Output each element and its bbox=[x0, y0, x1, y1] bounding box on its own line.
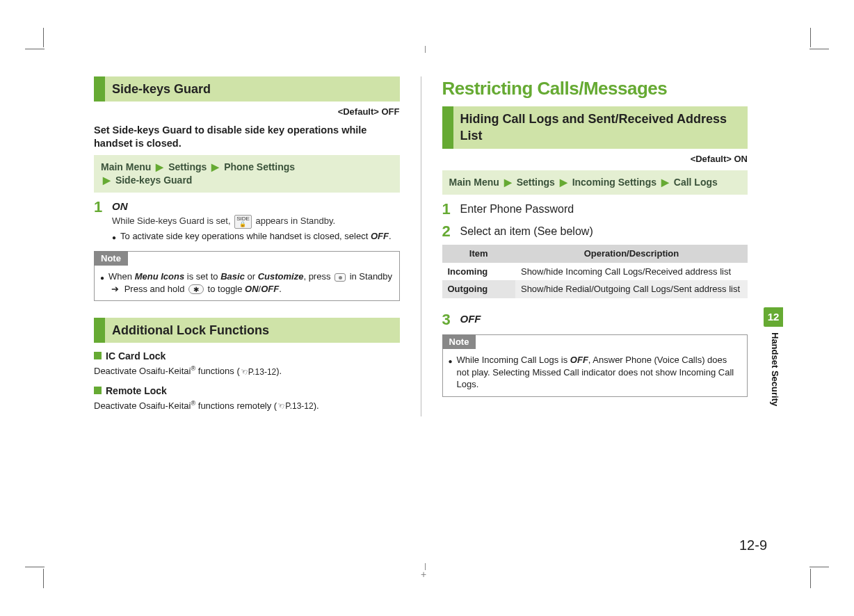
nav-item: Settings bbox=[517, 177, 555, 188]
column-divider bbox=[421, 76, 421, 416]
step-text: Enter Phone Password bbox=[460, 202, 748, 217]
bullet-icon bbox=[112, 230, 116, 243]
step-number: 2 bbox=[442, 224, 455, 239]
crop-mark bbox=[25, 49, 45, 68]
crop-mark bbox=[809, 548, 829, 567]
table-cell: Show/hide Redial/Outgoing Call Logs/Sent… bbox=[515, 280, 748, 298]
step: 1 Enter Phone Password bbox=[442, 202, 748, 217]
note-box: Note While Incoming Call Logs is OFF, An… bbox=[442, 334, 748, 397]
table-cell: Incoming bbox=[442, 263, 515, 281]
nav-path: Main Menu ▶ Settings ▶ Phone Settings ▶ … bbox=[94, 155, 400, 193]
crop-mark bbox=[791, 28, 811, 47]
step: 3 OFF bbox=[442, 312, 748, 327]
side-tab: 12 Handset Security bbox=[764, 307, 783, 406]
star-key-icon: ✱ bbox=[188, 284, 204, 294]
bullet-icon bbox=[100, 270, 104, 295]
bullet-list: To activate side key operations while ha… bbox=[112, 230, 400, 243]
default-label: <Default> OFF bbox=[94, 106, 400, 118]
intro-text: Set Side-keys Guard to disable side key … bbox=[94, 124, 400, 151]
page-number: 12-9 bbox=[739, 536, 767, 555]
center-key-icon bbox=[335, 273, 346, 282]
table-cell: Show/hide Incoming Call Logs/Received ad… bbox=[515, 263, 748, 281]
page: + Side-keys Guard <Default> OFF Set Side… bbox=[0, 0, 854, 616]
arrow-right-icon: ➔ bbox=[111, 283, 119, 295]
nav-item: Settings bbox=[168, 161, 207, 172]
note-label: Note bbox=[442, 334, 476, 350]
default-label: <Default> ON bbox=[442, 153, 748, 165]
note-label: Note bbox=[94, 251, 128, 266]
nav-path: Main Menu ▶ Settings ▶ Incoming Settings… bbox=[442, 170, 748, 195]
step-text: Select an item (See below) bbox=[460, 224, 748, 239]
section-heading: Additional Lock Functions bbox=[94, 318, 400, 343]
table-row: Outgoing Show/hide Redial/Outgoing Call … bbox=[442, 280, 748, 298]
crop-mark bbox=[791, 569, 811, 588]
chevron-right-icon: ▶ bbox=[209, 161, 221, 174]
step-heading: ON bbox=[112, 200, 400, 213]
chapter-label: Handset Security bbox=[764, 332, 781, 406]
pointing-hand-icon: ☞ bbox=[275, 400, 286, 412]
content-columns: Side-keys Guard <Default> OFF Set Side-k… bbox=[94, 76, 748, 416]
chevron-right-icon: ▶ bbox=[659, 176, 671, 189]
nav-item: Side-keys Guard bbox=[115, 175, 193, 186]
right-column: Restricting Calls/Messages Hiding Call L… bbox=[442, 76, 748, 416]
section-title: Side-keys Guard bbox=[105, 76, 400, 102]
pointing-hand-icon: ☞ bbox=[239, 366, 249, 378]
step-number: 1 bbox=[442, 202, 455, 217]
step-detail: While Side-keys Guard is set, SIDE 🔒 app… bbox=[112, 215, 400, 229]
crop-mark bbox=[43, 28, 63, 47]
bullet-icon bbox=[449, 354, 453, 391]
table-header: Operation/Description bbox=[515, 245, 748, 263]
nav-item: Call Logs bbox=[674, 177, 718, 188]
note-text: While Incoming Call Logs is OFF, Answer … bbox=[457, 354, 741, 391]
table-cell: Outgoing bbox=[442, 280, 515, 298]
nav-item: Main Menu bbox=[101, 161, 151, 172]
square-bullet-icon bbox=[94, 387, 102, 394]
crop-mark bbox=[25, 548, 45, 567]
crop-mark bbox=[809, 49, 829, 68]
left-column: Side-keys Guard <Default> OFF Set Side-k… bbox=[94, 76, 400, 416]
body-text: Deactivate Osaifu-Keitai® functions (☞P.… bbox=[94, 364, 400, 378]
step-heading: OFF bbox=[460, 312, 748, 326]
table-row: Incoming Show/hide Incoming Call Logs/Re… bbox=[442, 263, 748, 281]
chapter-number: 12 bbox=[764, 307, 783, 327]
chevron-right-icon: ▶ bbox=[502, 176, 514, 189]
side-lock-icon: SIDE 🔒 bbox=[234, 215, 252, 229]
page-ref: ☞P.13-12 bbox=[240, 366, 276, 378]
nav-item: Incoming Settings bbox=[572, 177, 656, 188]
step: 2 Select an item (See below) bbox=[442, 224, 748, 239]
page-ref: ☞P.13-12 bbox=[277, 400, 313, 412]
note-text: When Menu Icons is set to Basic or Custo… bbox=[108, 270, 393, 295]
step: 1 ON While Side-keys Guard is set, SIDE … bbox=[94, 200, 400, 244]
chevron-right-icon: ▶ bbox=[558, 176, 570, 189]
options-table: Item Operation/Description Incoming Show… bbox=[442, 245, 748, 298]
bullet-text: To activate side key operations while ha… bbox=[120, 230, 392, 243]
section-title: Additional Lock Functions bbox=[105, 318, 400, 343]
note-box: Note When Menu Icons is set to Basic or … bbox=[94, 251, 400, 302]
sub-heading: IC Card Lock bbox=[94, 350, 400, 363]
sub-heading: Remote Lock bbox=[94, 384, 400, 398]
square-bullet-icon bbox=[94, 352, 102, 359]
chevron-right-icon: ▶ bbox=[101, 174, 113, 187]
section-title: Hiding Call Logs and Sent/Received Addre… bbox=[453, 106, 748, 149]
table-header: Item bbox=[442, 245, 515, 263]
body-text: Deactivate Osaifu-Keitai® functions remo… bbox=[94, 399, 400, 412]
nav-item: Phone Settings bbox=[224, 161, 295, 172]
chevron-right-icon: ▶ bbox=[154, 161, 166, 174]
crop-mark bbox=[43, 569, 63, 588]
step-number: 3 bbox=[442, 312, 455, 327]
section-heading: Hiding Call Logs and Sent/Received Addre… bbox=[442, 106, 748, 149]
chapter-title: Restricting Calls/Messages bbox=[442, 76, 748, 101]
step-number: 1 bbox=[94, 200, 106, 244]
section-heading: Side-keys Guard bbox=[94, 76, 400, 102]
nav-item: Main Menu bbox=[449, 177, 499, 188]
